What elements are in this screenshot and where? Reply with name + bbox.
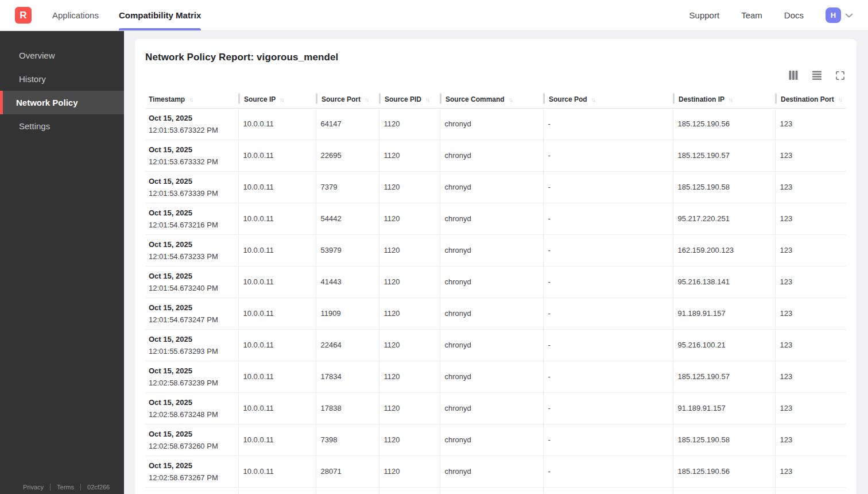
column-resize-handle[interactable] (673, 93, 675, 104)
table-body: Oct 15, 202512:01:53.673322 PM10.0.0.116… (145, 108, 846, 494)
column-resize-handle[interactable] (238, 93, 240, 104)
cell-source_ip: 10.0.0.11 (238, 171, 316, 203)
cell-destination_port: 123 (775, 266, 846, 298)
cell-source_port: 53979 (316, 234, 379, 266)
cell-source_command: chronyd (440, 361, 543, 392)
cell-destination_ip: 91.189.91.157 (673, 392, 775, 424)
cell-timestamp: Oct 15, 2025 (145, 487, 238, 494)
column-resize-handle[interactable] (316, 93, 317, 104)
sort-icon[interactable]: ↑↓ (728, 97, 732, 103)
cell-destination_port: 123 (775, 140, 846, 171)
nav-link-docs[interactable]: Docs (784, 10, 804, 20)
timestamp-date: Oct 15, 2025 (149, 207, 234, 219)
timestamp-time: 12:01:54.673233 PM (149, 250, 234, 263)
cell-destination_ip: 185.125.190.56 (673, 456, 775, 487)
column-label: Source Port (321, 95, 361, 103)
privacy-link[interactable]: Privacy (23, 484, 44, 491)
cell-source_pod: - (543, 298, 673, 329)
table-row: Oct 15, 202512:02:58.673260 PM10.0.0.117… (145, 424, 846, 456)
cell-source_command: chronyd (440, 329, 543, 361)
table-toolbar (145, 69, 846, 82)
column-label: Source Command (445, 95, 505, 103)
cell-source_pid: 1120 (379, 329, 440, 361)
cell-source_ip: 10.0.0.11 (238, 108, 316, 140)
cell-source_ip: 10.0.0.11 (238, 329, 316, 361)
cell-destination_port: 123 (775, 298, 846, 329)
column-resize-handle[interactable] (440, 93, 441, 104)
cell-source_pod: - (543, 203, 673, 234)
cell-destination_port (775, 487, 846, 494)
sort-icon[interactable]: ↑↓ (591, 97, 595, 103)
sort-icon[interactable]: ↑↓ (838, 97, 842, 103)
column-view-button[interactable] (787, 69, 800, 82)
row-view-button[interactable] (811, 69, 823, 82)
nav-tab-applications[interactable]: Applications (52, 0, 99, 30)
cell-destination_port: 123 (775, 108, 846, 140)
cell-timestamp: Oct 15, 202512:01:54.673233 PM (145, 234, 238, 266)
column-header-timestamp[interactable]: Timestamp↑↓ (145, 92, 238, 108)
table-row: Oct 15, 202512:02:58.673248 PM10.0.0.111… (145, 392, 846, 424)
timestamp-date: Oct 15, 2025 (149, 460, 234, 472)
timestamp-date: Oct 15, 2025 (149, 396, 234, 408)
cell-destination_port: 123 (775, 392, 846, 424)
fullscreen-button[interactable] (834, 70, 846, 82)
table-row: Oct 15, 202512:01:54.673233 PM10.0.0.115… (145, 234, 846, 266)
chevron-down-icon[interactable] (845, 13, 853, 18)
cell-source_pod: - (543, 424, 673, 456)
cell-timestamp: Oct 15, 202512:02:58.673248 PM (145, 392, 238, 424)
timestamp-time: 12:02:58.673267 PM (149, 472, 234, 484)
column-header-source_ip[interactable]: Source IP↑↓ (238, 92, 316, 108)
sort-icon[interactable]: ↑↓ (365, 97, 368, 103)
user-menu[interactable]: H (826, 7, 853, 23)
timestamp-time: 12:02:58.673260 PM (149, 440, 234, 452)
column-header-source_port[interactable]: Source Port↑↓ (316, 92, 379, 108)
nav-link-team[interactable]: Team (741, 10, 762, 20)
cell-source_pod (543, 487, 673, 494)
cell-source_ip: 10.0.0.11 (238, 424, 316, 456)
timestamp-date: Oct 15, 2025 (149, 238, 234, 250)
column-header-destination_port[interactable]: Destination Port↑↓ (775, 92, 846, 108)
cell-timestamp: Oct 15, 202512:02:58.673239 PM (145, 361, 238, 392)
sort-icon[interactable]: ↑↓ (509, 97, 512, 103)
avatar[interactable]: H (826, 7, 841, 23)
sort-icon[interactable]: ↑↓ (280, 97, 283, 103)
sidebar-item-history[interactable]: History (0, 67, 124, 91)
cell-source_ip: 10.0.0.11 (238, 392, 316, 424)
sidebar-item-settings[interactable]: Settings (0, 114, 124, 138)
sort-icon[interactable]: ↑↓ (425, 97, 429, 103)
terms-link[interactable]: Terms (57, 484, 74, 491)
cell-timestamp: Oct 15, 202512:01:54.673240 PM (145, 266, 238, 298)
cell-source_pod: - (543, 329, 673, 361)
sidebar-item-network-policy[interactable]: Network Policy (0, 91, 124, 114)
build-id: 02cf266 (87, 484, 110, 491)
cell-source_ip: 10.0.0.11 (238, 266, 316, 298)
column-header-source_command[interactable]: Source Command↑↓ (440, 92, 543, 108)
cell-timestamp: Oct 15, 202512:01:53.673332 PM (145, 140, 238, 171)
column-header-destination_ip[interactable]: Destination IP↑↓ (673, 92, 775, 108)
nav-tab-compatibility-matrix[interactable]: Compatibility Matrix (119, 0, 201, 30)
cell-source_command: chronyd (440, 108, 543, 140)
cell-source_command: chronyd (440, 234, 543, 266)
column-resize-handle[interactable] (379, 93, 381, 104)
cell-timestamp: Oct 15, 202512:02:58.673267 PM (145, 456, 238, 487)
cell-source_pid (379, 487, 440, 494)
cell-destination_port: 123 (775, 456, 846, 487)
column-resize-handle[interactable] (543, 93, 545, 104)
sort-icon[interactable]: ↑↓ (189, 97, 192, 103)
app-logo[interactable]: R (15, 7, 32, 24)
nav-link-support[interactable]: Support (689, 10, 720, 20)
cell-source_ip: 10.0.0.11 (238, 456, 316, 487)
page-title: Network Policy Report: vigorous_mendel (145, 52, 846, 63)
column-header-source_pod[interactable]: Source Pod↑↓ (543, 92, 673, 108)
cell-source_pod: - (543, 108, 673, 140)
cell-source_pid: 1120 (379, 140, 440, 171)
cell-source_ip: 10.0.0.11 (238, 234, 316, 266)
cell-timestamp: Oct 15, 202512:01:55.673293 PM (145, 329, 238, 361)
column-header-source_pid[interactable]: Source PID↑↓ (379, 92, 440, 108)
cell-source_port: 41443 (316, 266, 379, 298)
sidebar-item-overview[interactable]: Overview (0, 44, 124, 67)
timestamp-time: 12:01:53.673322 PM (149, 124, 234, 136)
column-resize-handle[interactable] (775, 93, 777, 104)
cell-timestamp: Oct 15, 202512:01:53.673322 PM (145, 108, 238, 140)
cell-source_ip: 10.0.0.11 (238, 140, 316, 171)
